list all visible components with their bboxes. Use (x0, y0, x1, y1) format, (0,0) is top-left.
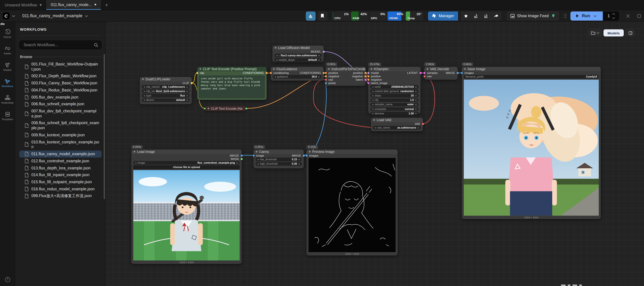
workflow-list-item[interactable]: 004.Flux_Redux_Basic_Workflow.json (19, 87, 102, 94)
panel-toggle-icon[interactable] (637, 14, 641, 18)
sidebar-item-models[interactable]: Models (0, 62, 15, 72)
output-slot-image[interactable] (241, 155, 242, 156)
prev-icon[interactable] (372, 108, 373, 110)
node-load-diffusion-model[interactable]: Load Diffusion Model MODEL unet_nameflux… (272, 46, 324, 62)
saved-image-preview[interactable] (464, 80, 599, 216)
workflow-list-item[interactable]: 016.flux_redux_model_example.json (19, 186, 102, 192)
output-slot-image[interactable] (457, 72, 458, 74)
node-load-vae[interactable]: Load VAE VAE vae_nameae.safetensors (371, 118, 423, 131)
search-input[interactable] (19, 40, 102, 49)
node-load-image[interactable]: 0.094s Load Image IMAGE MASK imageflux_c… (131, 150, 242, 264)
widget-vae-name[interactable]: vae_nameae.safetensors (373, 126, 421, 130)
input-slot-samples[interactable] (424, 72, 425, 74)
node-preview-image[interactable]: 0.102s Preview Image images (306, 150, 398, 256)
drag-handle-icon[interactable] (564, 14, 566, 18)
input-slot-images[interactable] (306, 155, 308, 156)
node-flux-guidance[interactable]: FluxGuidance conditioning CONDITIONING g… (271, 67, 324, 81)
prev-icon[interactable] (144, 95, 145, 96)
decrement-icon[interactable] (612, 16, 615, 19)
prev-icon[interactable] (276, 55, 278, 56)
workflow-list-item[interactable]: 006.flux_schnell_example.json (19, 101, 102, 108)
node-title-bar[interactable]: Canny (254, 150, 304, 154)
output-slot-vae[interactable] (422, 123, 424, 125)
workflow-list-item[interactable]: 001.Flux_Fill_Basic_Workflow-Outpaint.js… (19, 61, 102, 73)
input-slot-latent-image[interactable] (368, 82, 369, 84)
run-button[interactable]: Run (570, 11, 603, 20)
input-slot-image[interactable] (253, 155, 254, 156)
collapsed-input-slot[interactable] (204, 108, 206, 110)
choose-file-button[interactable]: choose file to upload (133, 166, 240, 169)
widget-weight-dtype[interactable]: weight_dtypedefault (274, 58, 322, 62)
widget-cfg[interactable]: cfg1.0 (370, 98, 418, 102)
next-icon[interactable] (318, 55, 320, 56)
next-icon[interactable] (416, 86, 417, 88)
output-slot-positive[interactable] (364, 72, 366, 74)
canny-image-preview[interactable] (308, 158, 396, 252)
node-instruct-pix-to-pix[interactable]: 0.092s InstructPixToPixConditioni... pos… (326, 67, 366, 86)
input-slot-negative[interactable] (368, 79, 369, 81)
manager-button[interactable]: Manager (428, 11, 458, 20)
widget-low-threshold[interactable]: low_threshold0.15 (256, 158, 302, 161)
node-title-bar[interactable]: VAE Decode (424, 67, 458, 71)
help-button[interactable]: ? (5, 277, 10, 282)
widget-high-threshold[interactable]: high_threshold0.30 (256, 162, 302, 166)
output-slot-latent[interactable] (364, 79, 366, 81)
prev-icon[interactable] (372, 90, 373, 92)
output-slot-latent[interactable] (420, 72, 422, 74)
show-image-feed-button[interactable]: Show Image Feed (507, 11, 559, 20)
input-slot-vae[interactable] (325, 79, 327, 81)
sidebar-item-workflows[interactable]: Workflows (0, 79, 15, 88)
input-slot-positive[interactable] (325, 72, 327, 74)
prev-icon[interactable] (372, 113, 373, 114)
input-slot-negative[interactable] (325, 76, 327, 77)
sidebar-item-templates[interactable]: Templates (0, 111, 15, 121)
workflow-list-item[interactable]: 008.flux_schnell_fp8_checkpoint_example.… (19, 120, 102, 132)
prev-icon[interactable] (372, 86, 373, 88)
widget-steps[interactable]: steps20 (370, 94, 418, 98)
panel-scrollbar[interactable] (104, 54, 105, 199)
output-slot-model[interactable] (323, 51, 324, 53)
workflow-list-item[interactable]: 003.Flux_Canny_Basic_Workflow.json (19, 80, 102, 86)
bookmark-button[interactable] (318, 11, 328, 20)
workflow-list-item[interactable]: 007.flux_dev_fp8_checkpoint_example.json (19, 108, 102, 120)
workflow-list-item[interactable]: 013.flux_depth_lora_example.json (19, 164, 102, 172)
workflow-name[interactable]: 011.flux_canny_model_example (22, 14, 82, 18)
sidebar-item-queue[interactable]: Queue (0, 29, 15, 38)
next-icon[interactable] (299, 163, 300, 164)
sidebar-item-nodesmap[interactable]: NodesMap (0, 95, 15, 104)
workflow-list-item[interactable]: 015.flux_fill_outpaint_example.json (19, 178, 102, 186)
next-icon[interactable] (416, 100, 417, 101)
next-icon[interactable] (416, 90, 417, 92)
input-slot-clip[interactable] (196, 72, 198, 74)
prev-icon[interactable] (372, 104, 373, 105)
theme-logo-button[interactable] (306, 11, 316, 20)
node-title-bar[interactable]: CLIP Text Encode (Positive Prompt) (197, 67, 267, 71)
output-slot-conditioning[interactable] (266, 72, 268, 74)
next-icon[interactable] (187, 86, 188, 88)
workflow-folder-button[interactable] (588, 29, 602, 36)
chevron-down-icon[interactable] (12, 14, 15, 17)
next-icon[interactable] (318, 59, 320, 60)
chevron-down-icon[interactable] (85, 14, 88, 17)
tab-flux-canny-model[interactable]: 011.flux_canny_mode... (46, 0, 101, 10)
input-image-preview[interactable] (133, 170, 240, 260)
next-icon[interactable] (187, 90, 188, 92)
widget-image[interactable]: imageflux_controlnet_example.png (133, 161, 240, 165)
node-title-bar[interactable]: InstructPixToPixConditioni... (326, 67, 366, 71)
node-clip-text-encode-positive[interactable]: CLIP Text Encode (Positive Prompt) clip … (197, 67, 267, 100)
input-slot-positive[interactable] (368, 76, 369, 77)
widget-guidance[interactable]: guidance30.0 (273, 75, 322, 79)
input-slot-images[interactable] (461, 72, 463, 74)
widget-control-after-generate[interactable]: control after generaterandomize (370, 90, 418, 93)
share-button[interactable] (491, 11, 501, 20)
comfyui-logo[interactable]: C (3, 12, 10, 19)
next-icon[interactable] (418, 127, 419, 128)
workflow-list-item[interactable]: 002.Flux_Depth_Basic_Workflow.json (19, 73, 102, 80)
prev-icon[interactable] (372, 100, 373, 101)
node-title-bar[interactable]: Save Image (462, 67, 601, 71)
node-title-bar[interactable]: FluxGuidance (271, 67, 324, 71)
input-slot-vae[interactable] (424, 76, 425, 77)
widget-sampler-name[interactable]: sampler_nameeuler (370, 103, 418, 106)
next-icon[interactable] (416, 95, 417, 96)
output-slot-mask[interactable] (241, 158, 242, 160)
